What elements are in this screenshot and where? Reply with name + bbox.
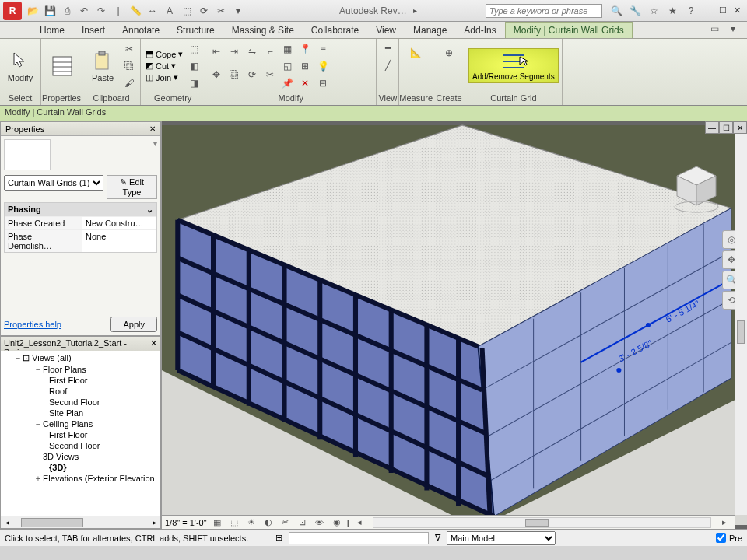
tree-node-ceilingplans[interactable]: −Ceiling Plans bbox=[2, 418, 159, 429]
browser-hscroll[interactable]: ◂ ▸ bbox=[1, 516, 160, 528]
view-min-button[interactable]: — bbox=[705, 121, 719, 134]
qat-sync-icon[interactable]: ⟳ bbox=[196, 3, 212, 19]
qat-3d-icon[interactable]: ⬚ bbox=[179, 3, 195, 19]
properties-header[interactable]: Properties ✕ bbox=[1, 122, 160, 136]
tree-node-views[interactable]: −⊡ Views (all) bbox=[2, 352, 159, 364]
hscroll-right-icon[interactable]: ▸ bbox=[717, 516, 731, 529]
tab-home[interactable]: Home bbox=[31, 22, 73, 38]
type-dd-icon[interactable]: ▾ bbox=[153, 139, 157, 148]
minimize-button[interactable]: — bbox=[702, 5, 716, 17]
view-max-button[interactable]: ☐ bbox=[719, 121, 733, 134]
qat-section-icon[interactable]: ✂ bbox=[213, 3, 229, 19]
delete-icon[interactable]: ✕ bbox=[297, 75, 313, 91]
binoculars-icon[interactable]: 🔍 bbox=[608, 3, 624, 19]
copy-small-icon[interactable]: ⿻ bbox=[121, 58, 137, 74]
qat-open-icon[interactable]: 📂 bbox=[25, 3, 40, 19]
close-button[interactable]: ✕ bbox=[730, 5, 744, 17]
hide-icon[interactable]: 👁 bbox=[313, 516, 327, 529]
view-close-button[interactable]: ✕ bbox=[733, 121, 747, 134]
view-cube[interactable] bbox=[669, 160, 724, 215]
tab-collaborate[interactable]: Collaborate bbox=[303, 22, 367, 38]
reveal-icon[interactable]: ◉ bbox=[330, 516, 344, 529]
geom-ext1-icon[interactable]: ⬚ bbox=[186, 41, 202, 57]
ext-icon[interactable]: ≡ bbox=[315, 41, 331, 57]
tree-node-3dviews[interactable]: −3D Views bbox=[2, 451, 159, 462]
qat-undo-icon[interactable]: ↶ bbox=[76, 3, 92, 19]
rotate-icon[interactable]: ⟳ bbox=[244, 67, 260, 82]
browser-close-icon[interactable]: ✕ bbox=[150, 338, 157, 349]
browser-header[interactable]: Unit2_Lesson2_Tutorial2_Start - Proj…✕ bbox=[1, 337, 160, 351]
light-icon[interactable]: 💡 bbox=[315, 58, 331, 74]
tab-modify-contextual[interactable]: Modify | Curtain Wall Grids bbox=[505, 22, 633, 38]
tree-node-elevations[interactable]: +Elevations (Exterior Elevation bbox=[2, 473, 159, 484]
tree-node-active[interactable]: {3D} bbox=[2, 462, 159, 473]
cut-small-icon[interactable]: ✂ bbox=[121, 41, 137, 57]
add-remove-segments-button[interactable]: Add/Remove Segments bbox=[468, 48, 559, 83]
qat-print-icon[interactable]: ⎙ bbox=[59, 3, 75, 19]
scroll-right-icon[interactable]: ▸ bbox=[148, 518, 160, 527]
measure-icon[interactable]: 📐 bbox=[404, 40, 429, 65]
array-icon[interactable]: ▦ bbox=[279, 41, 295, 57]
view-hscroll[interactable] bbox=[373, 517, 712, 528]
star-icon[interactable]: ☆ bbox=[646, 3, 661, 19]
visual-style-icon[interactable]: ⬚ bbox=[227, 516, 241, 529]
scroll-thumb[interactable] bbox=[21, 518, 83, 527]
geom-ext3-icon[interactable]: ◨ bbox=[186, 75, 202, 91]
qat-save-icon[interactable]: 💾 bbox=[42, 3, 58, 19]
move-icon[interactable]: ✥ bbox=[209, 67, 224, 82]
palette-close-icon[interactable]: ✕ bbox=[149, 124, 156, 133]
tree-node[interactable]: Second Floor bbox=[2, 397, 159, 408]
press-drag-checkbox[interactable] bbox=[716, 533, 726, 543]
properties-help-link[interactable]: Properties help bbox=[4, 320, 61, 329]
qat-measure-icon[interactable]: 📏 bbox=[128, 3, 143, 19]
apply-button[interactable]: Apply bbox=[110, 317, 157, 332]
offset-icon[interactable]: ⇥ bbox=[226, 44, 242, 59]
sun-path-icon[interactable]: ☀ bbox=[244, 516, 258, 529]
modify-button[interactable]: Modify bbox=[3, 48, 37, 84]
title-dd-icon[interactable]: ▸ bbox=[413, 6, 417, 15]
pin-icon[interactable]: 📌 bbox=[279, 75, 295, 91]
filter-icon[interactable]: ∇ bbox=[435, 533, 440, 543]
trim-icon[interactable]: ⌐ bbox=[262, 44, 278, 59]
search-input[interactable] bbox=[486, 4, 602, 18]
key-icon[interactable]: 🔧 bbox=[627, 3, 643, 19]
prop-row[interactable]: Phase CreatedNew Constru… bbox=[5, 216, 156, 229]
hscroll-left-icon[interactable]: ◂ bbox=[352, 516, 366, 529]
qat-redo-icon[interactable]: ↷ bbox=[93, 3, 109, 19]
group-icon[interactable]: ⊞ bbox=[297, 58, 313, 74]
join-button[interactable]: ◫Join ▾ bbox=[144, 72, 184, 83]
app-menu-button[interactable]: R bbox=[3, 2, 22, 20]
search-box[interactable] bbox=[486, 3, 602, 18]
design-options-select[interactable]: Main Model bbox=[447, 531, 556, 545]
mirror-icon[interactable]: ⇋ bbox=[244, 44, 260, 59]
cope-button[interactable]: ⬒Cope ▾ bbox=[144, 48, 184, 60]
qat-text-icon[interactable]: A bbox=[162, 3, 177, 19]
tree-node[interactable]: Roof bbox=[2, 386, 159, 397]
view-hline-icon[interactable]: ━ bbox=[380, 40, 395, 56]
favorite-icon[interactable]: ★ bbox=[665, 3, 680, 19]
tree-node[interactable]: Site Plan bbox=[2, 408, 159, 418]
drawing-area[interactable]: — ☐ ✕ bbox=[162, 121, 747, 529]
ribbon-min-icon[interactable]: ▭ bbox=[707, 21, 722, 37]
selection-filter[interactable] bbox=[289, 532, 429, 544]
group-header-phasing[interactable]: Phasing⌄ bbox=[5, 203, 156, 216]
qat-switch-icon[interactable]: ▾ bbox=[230, 3, 246, 19]
crop-icon[interactable]: ✂ bbox=[279, 516, 293, 529]
type-selector[interactable]: Curtain Wall Grids (1) bbox=[4, 175, 103, 191]
match-small-icon[interactable]: 🖌 bbox=[121, 75, 137, 91]
shadows-icon[interactable]: ◐ bbox=[261, 516, 275, 529]
tab-annotate[interactable]: Annotate bbox=[114, 22, 168, 38]
properties-button[interactable] bbox=[44, 54, 79, 79]
tab-insert[interactable]: Insert bbox=[73, 22, 114, 38]
prop-row[interactable]: Phase Demolish…None bbox=[5, 229, 156, 252]
split-icon[interactable]: ✂ bbox=[262, 67, 278, 82]
view-vscroll[interactable] bbox=[735, 134, 747, 515]
hscroll-thumb[interactable] bbox=[525, 519, 549, 527]
ribbon-dd-icon[interactable]: ▾ bbox=[725, 21, 741, 37]
align-icon[interactable]: ⇤ bbox=[209, 44, 224, 59]
cut-geom-button[interactable]: ◩Cut ▾ bbox=[144, 60, 184, 72]
browser-tree[interactable]: −⊡ Views (all) −Floor Plans First Floor … bbox=[1, 351, 160, 516]
tab-massing-site[interactable]: Massing & Site bbox=[223, 22, 303, 38]
tab-manage[interactable]: Manage bbox=[405, 22, 455, 38]
vscroll-thumb[interactable] bbox=[737, 320, 745, 344]
